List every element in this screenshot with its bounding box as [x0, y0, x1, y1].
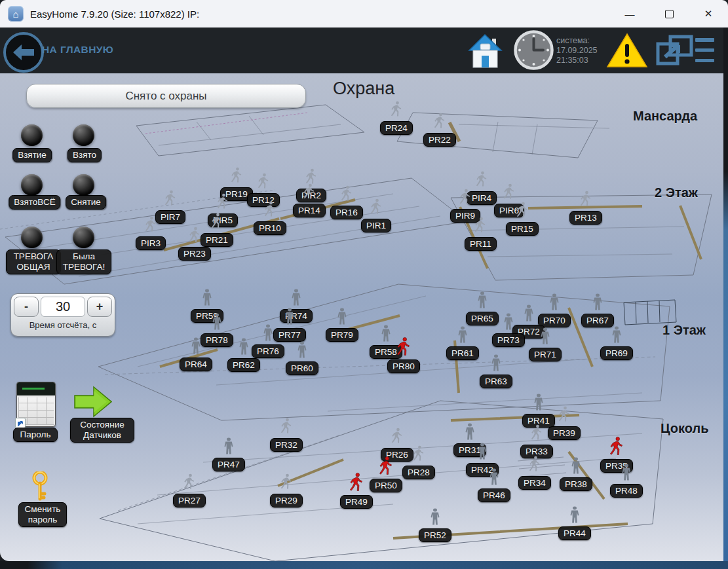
person-standing-icon	[531, 392, 546, 412]
floor-label: 2 Этаж	[655, 185, 698, 200]
sensor-pr64[interactable]: PR64	[180, 358, 212, 371]
sensor-pr44[interactable]: PR44	[558, 526, 591, 540]
sensor-label: PR65	[466, 312, 499, 325]
sensor-pr10[interactable]: PR10	[254, 221, 286, 235]
indicator-vzyato-vse-orb[interactable]	[21, 174, 43, 196]
counter-minus-button[interactable]: -	[14, 297, 39, 317]
person-walking-icon	[339, 184, 354, 204]
sensor-label: PR44	[558, 526, 591, 540]
sensor-pr21[interactable]: PR21	[201, 233, 233, 247]
sensor-label: PR50	[370, 479, 402, 492]
warning-icon[interactable]	[606, 33, 648, 69]
sensor-pir1[interactable]: PIR1	[361, 219, 391, 232]
sensor-pr34[interactable]: PR34	[518, 476, 551, 490]
sensor-pr80[interactable]: PR80	[387, 359, 420, 373]
sensor-label: PR80	[387, 359, 420, 373]
person-standing-icon	[569, 456, 583, 475]
back-arrow-icon	[12, 44, 35, 61]
change-password-label[interactable]: Сменить пароль	[18, 502, 67, 527]
sensor-label: PR22	[423, 133, 456, 147]
sensor-pr27[interactable]: PR27	[173, 494, 206, 507]
indicator-snyatie-orb[interactable]	[73, 174, 94, 196]
menu-icon[interactable]	[695, 38, 714, 62]
sensor-label: PR73	[492, 333, 525, 347]
minimize-button[interactable]: —	[610, 0, 649, 28]
status-button[interactable]: Снято с охраны	[26, 84, 306, 108]
sensor-pir3[interactable]: PIR3	[136, 236, 166, 250]
person-standing-icon	[295, 340, 309, 359]
sensor-pr73[interactable]: PR73	[492, 333, 525, 347]
sensor-pr39[interactable]: PR39	[548, 426, 581, 440]
person-alarm-icon	[608, 435, 625, 458]
indicator-was-alarm-orb[interactable]	[73, 227, 94, 248]
back-label[interactable]: НА ГЛАВНУЮ	[42, 44, 113, 56]
sensor-pr69[interactable]: PR69	[600, 346, 633, 360]
sensor-pr78[interactable]: PR78	[201, 333, 233, 347]
sensor-label: PR11	[465, 237, 497, 251]
sensor-pr79[interactable]: PR79	[326, 328, 358, 342]
sensor-pr15[interactable]: PR15	[506, 222, 539, 236]
password-label[interactable]: Пароль	[13, 428, 58, 442]
person-standing-icon	[475, 290, 489, 310]
sensor-label: PR29	[270, 494, 303, 507]
close-button[interactable]: ✕	[689, 0, 728, 28]
home-icon[interactable]	[467, 33, 503, 69]
person-walking-icon	[163, 189, 178, 208]
person-walking-icon	[369, 197, 383, 217]
sensor-pr38[interactable]: PR38	[560, 477, 592, 491]
indicator-alarm-orb[interactable]	[21, 227, 43, 248]
back-button[interactable]	[3, 32, 44, 73]
person-standing-icon	[547, 292, 562, 312]
sensor-pir7[interactable]: PIR7	[155, 210, 185, 224]
sensor-pr76[interactable]: PR76	[252, 344, 284, 358]
sensor-pr46[interactable]: PR46	[478, 488, 510, 502]
clock-icon[interactable]	[514, 30, 554, 70]
indicator-vzyatie-orb[interactable]	[21, 124, 43, 146]
sensor-label: PR32	[270, 438, 303, 452]
key-icon[interactable]	[29, 471, 51, 502]
keypad-icon[interactable]	[16, 382, 56, 427]
sensor-pr23[interactable]: PR23	[178, 247, 211, 261]
counter-plus-button[interactable]: +	[87, 297, 112, 317]
right-frame	[723, 28, 728, 561]
person-standing-icon	[475, 441, 489, 461]
sensor-pr52[interactable]: PR52	[419, 528, 451, 542]
sensor-label: PIR1	[361, 219, 391, 232]
sensor-pr48[interactable]: PR48	[610, 484, 643, 498]
bottom-frame	[0, 561, 728, 569]
sensor-label: PR47	[212, 458, 245, 471]
sensor-pr29[interactable]: PR29	[270, 494, 303, 507]
sensor-pr13[interactable]: PR13	[569, 211, 602, 225]
sensor-pr11[interactable]: PR11	[465, 237, 497, 251]
sensor-pr49[interactable]: PR49	[340, 495, 373, 509]
sensor-pr63[interactable]: PR63	[480, 375, 512, 388]
expand-icon[interactable]	[656, 35, 693, 66]
person-standing-icon	[210, 312, 224, 331]
sensor-pr60[interactable]: PR60	[286, 361, 318, 375]
sensor-pr24[interactable]: PR24	[380, 121, 413, 135]
sensor-pr22[interactable]: PR22	[423, 133, 456, 147]
sensor-pr47[interactable]: PR47	[212, 458, 245, 471]
sensor-pr62[interactable]: PR62	[227, 358, 260, 372]
person-standing-icon	[522, 303, 536, 323]
sensor-pr65[interactable]: PR65	[466, 312, 499, 325]
sensors-state-label[interactable]: Состояние Датчиков	[70, 418, 134, 443]
sensor-pr71[interactable]: PR71	[529, 348, 562, 361]
maximize-button[interactable]	[649, 0, 689, 28]
sensor-pr14[interactable]: PR14	[293, 204, 326, 217]
sensor-pr61[interactable]: PR61	[446, 346, 479, 360]
person-walking-icon	[474, 170, 489, 189]
sensor-pr50[interactable]: PR50	[370, 479, 402, 492]
sensors-state-arrow-icon[interactable]	[74, 386, 112, 418]
person-standing-icon	[463, 422, 477, 441]
sensor-pr32[interactable]: PR32	[270, 438, 303, 452]
person-standing-icon	[501, 312, 516, 331]
sensor-pr16[interactable]: PR16	[330, 206, 363, 219]
person-walking-icon	[515, 200, 529, 220]
sensor-pr28[interactable]: PR28	[402, 466, 435, 479]
person-standing-icon	[609, 325, 624, 344]
person-alarm-icon	[348, 471, 365, 494]
sensor-label: PR71	[529, 348, 562, 361]
sensor-label: PR64	[180, 358, 212, 371]
indicator-vzyato-orb[interactable]	[73, 124, 94, 146]
